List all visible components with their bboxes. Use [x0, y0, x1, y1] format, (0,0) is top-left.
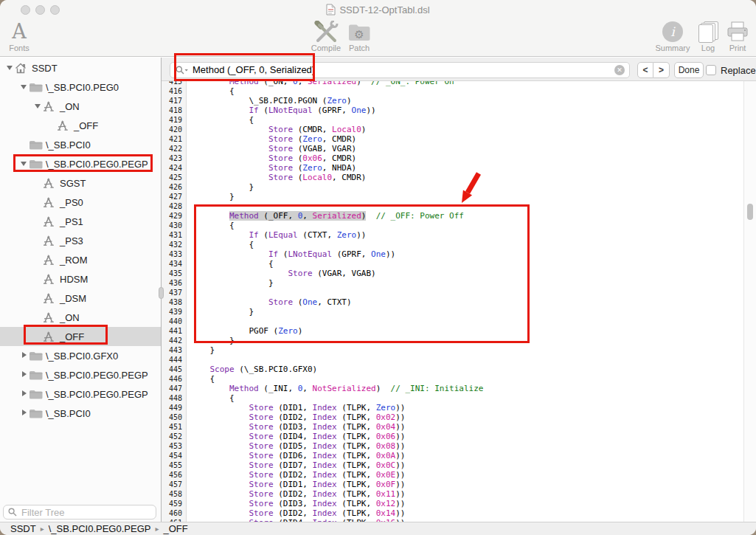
sidebar-item-dsm[interactable]: _DSM — [0, 289, 161, 308]
code-text[interactable] — [187, 201, 190, 211]
code-line-455: 455 Store (DID7, Index (TLPK, 0x0C)) — [162, 460, 756, 470]
sidebar-item-ps1[interactable]: _PS1 — [0, 212, 161, 231]
code-text[interactable] — [187, 355, 190, 365]
line-number: 426 — [162, 182, 187, 192]
code-text[interactable]: Store (DID5, Index (TLPK, 0x08)) — [187, 441, 405, 451]
disclosure-expanded-icon[interactable] — [20, 77, 29, 97]
code-text[interactable]: Store (DID3, Index (TLPK, 0x12)) — [187, 499, 405, 508]
filter-tree-field[interactable] — [3, 505, 156, 520]
line-number: 422 — [162, 144, 187, 153]
code-text[interactable]: Store (CMDR, Local0) — [187, 125, 366, 134]
code-text[interactable]: \_SB.PCI0.PGON (Zero) — [187, 96, 352, 106]
annotation-arrow-icon — [452, 168, 486, 209]
code-text[interactable]: { — [187, 374, 215, 384]
code-text[interactable]: Store (VGAB, VGAR) — [187, 144, 356, 153]
disclosure-collapsed-icon[interactable] — [20, 404, 29, 423]
code-text[interactable]: } — [187, 345, 215, 355]
splitter-knob-icon[interactable] — [159, 287, 164, 299]
code-text[interactable]: Scope (\_SB.PCI0.GFX0) — [187, 365, 317, 374]
folder-icon — [29, 370, 44, 380]
line-number: 439 — [162, 307, 187, 317]
code-text[interactable]: Store (Local0, CMDR) — [187, 173, 366, 182]
breadcrumb-method[interactable]: _OFF — [163, 523, 187, 534]
log-button[interactable]: Log — [693, 20, 723, 54]
fonts-button[interactable]: A Fonts — [3, 20, 35, 54]
sidebar-item-rom[interactable]: _ROM — [0, 250, 161, 269]
maciasl-window: SSDT-12-OptTabl.dsl A Fonts Compile — [0, 0, 756, 535]
sidebar-item-ps0[interactable]: _PS0 — [0, 193, 161, 212]
filter-tree-input[interactable] — [3, 505, 156, 520]
code-text[interactable]: } — [187, 192, 235, 201]
folder-icon — [29, 351, 44, 361]
summary-button[interactable]: i Summary — [652, 20, 693, 54]
line-number: 451 — [162, 422, 187, 432]
sidebar-item-ps3[interactable]: _PS3 — [0, 231, 161, 250]
code-text[interactable]: Store (DID1, Index (TLPK, Zero)) — [187, 403, 405, 413]
code-text[interactable]: Store (DID4, Index (TLPK, 0x06)) — [187, 432, 405, 441]
sidebar-item-on[interactable]: _ON — [0, 97, 161, 116]
sidebar-item-ssdt[interactable]: SSDT — [0, 58, 161, 77]
code-text[interactable]: { — [187, 115, 254, 125]
print-button[interactable]: Print — [723, 20, 752, 54]
compile-icon — [313, 21, 339, 43]
disclosure-collapsed-icon[interactable] — [20, 365, 29, 384]
sidebar-item-sbpci0gfx0[interactable]: \_SB.PCI0.GFX0 — [0, 346, 161, 365]
code-line-457: 457 Store (DID1, Index (TLPK, 0x0F)) — [162, 480, 756, 489]
code-text[interactable]: If (LNotEqual (GPRF, One)) — [187, 106, 376, 115]
breadcrumb-root[interactable]: SSDT — [10, 523, 36, 534]
code-text[interactable]: Store (DID6, Index (TLPK, 0x0A)) — [187, 451, 405, 460]
print-label: Print — [723, 44, 752, 52]
sidebar-item-sbpci0[interactable]: \_SB.PCI0 — [0, 404, 161, 423]
patch-button[interactable]: ⚙ Patch — [341, 20, 378, 54]
code-text[interactable]: Store (Zero, CMDR) — [187, 134, 356, 144]
line-number: 435 — [162, 269, 187, 278]
code-text[interactable]: Method (_ON, 0, Serialized) // _ON_: Pow… — [187, 81, 454, 86]
sidebar-item-label: _ON — [60, 312, 80, 323]
line-number: 416 — [162, 86, 187, 96]
find-nav-segment: < > — [637, 62, 670, 78]
code-text[interactable]: Store (DID2, Index (TLPK, 0x0E)) — [187, 470, 405, 480]
patch-label: Patch — [341, 44, 378, 52]
replace-checkbox[interactable] — [706, 65, 716, 75]
code-text[interactable]: Store (Zero, NHDA) — [187, 163, 356, 173]
code-text[interactable]: Method (_INI, 0, NotSerialized) // _INI:… — [187, 384, 483, 393]
disclosure-expanded-icon[interactable] — [34, 97, 43, 116]
sidebar-item-sgst[interactable]: SGST — [0, 173, 161, 193]
find-previous-button[interactable]: < — [637, 62, 653, 78]
disclosure-expanded-icon[interactable] — [6, 58, 15, 77]
sidebar-item-sbpci0[interactable]: \_SB.PCI0 — [0, 135, 161, 154]
code-text[interactable]: Store (DID2, Index (TLPK, 0x02)) — [187, 413, 405, 422]
sidebar-item-sbpci0peg0pegp[interactable]: \_SB.PCI0.PEG0.PEGP — [0, 384, 161, 404]
sidebar-item-label: \_SB.PCI0.PEG0 — [46, 82, 119, 93]
breadcrumb-scope[interactable]: \_SB.PCI0.PEG0.PEGP — [49, 523, 151, 534]
code-text[interactable]: { — [187, 393, 235, 403]
done-button[interactable]: Done — [674, 62, 704, 78]
disclosure-collapsed-icon[interactable] — [20, 384, 29, 404]
line-number: 436 — [162, 278, 187, 288]
line-number: 440 — [162, 317, 187, 326]
code-text[interactable]: } — [187, 182, 254, 192]
vertical-scrollbar[interactable] — [743, 81, 756, 522]
code-text[interactable]: Store (DID1, Index (TLPK, 0x0F)) — [187, 480, 405, 489]
disclosure-collapsed-icon[interactable] — [20, 346, 29, 365]
line-number: 428 — [162, 201, 187, 211]
line-number: 454 — [162, 451, 187, 460]
scrollbar-thumb[interactable] — [747, 204, 753, 220]
code-line-449: 449 Store (DID1, Index (TLPK, Zero)) — [162, 403, 756, 413]
code-text[interactable] — [187, 317, 190, 326]
sidebar-item-hdsm[interactable]: HDSM — [0, 269, 161, 289]
line-number: 450 — [162, 413, 187, 422]
sidebar-item-sbpci0peg0[interactable]: \_SB.PCI0.PEG0 — [0, 77, 161, 97]
find-next-button[interactable]: > — [653, 62, 670, 78]
code-text[interactable]: Store (0x06, CMDR) — [187, 153, 356, 163]
code-text[interactable]: Store (DID3, Index (TLPK, 0x04)) — [187, 422, 405, 432]
sidebar-item-sbpci0peg0pegp[interactable]: \_SB.PCI0.PEG0.PEGP — [0, 365, 161, 384]
code-text[interactable]: { — [187, 86, 235, 96]
code-text[interactable]: Store (DID2, Index (TLPK, 0x14)) — [187, 508, 405, 518]
code-text[interactable]: Store (DID2, Index (TLPK, 0x11)) — [187, 489, 405, 499]
code-text[interactable] — [187, 288, 190, 297]
clear-search-icon[interactable]: ✕ — [614, 65, 625, 75]
line-number: 445 — [162, 365, 187, 374]
code-text[interactable]: Store (DID7, Index (TLPK, 0x0C)) — [187, 460, 405, 470]
sidebar-item-off[interactable]: _OFF — [0, 116, 161, 135]
